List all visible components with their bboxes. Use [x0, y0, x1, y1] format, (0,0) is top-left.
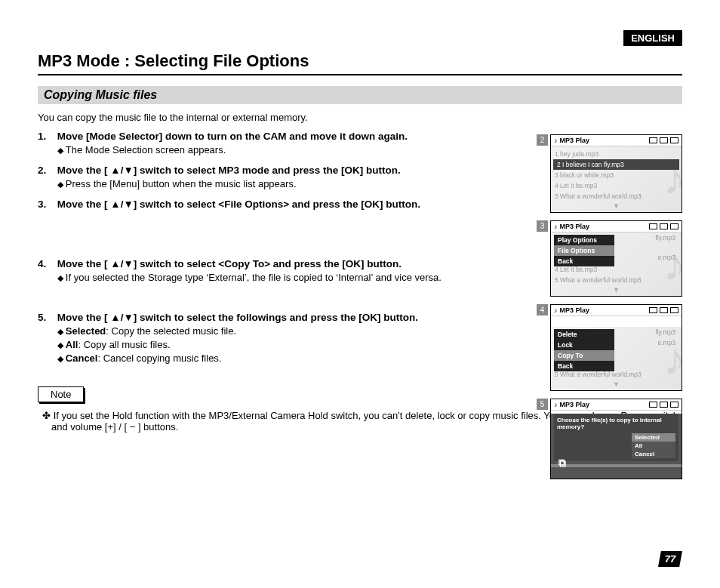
menu-overlay: Delete Lock Copy To Back: [554, 329, 614, 371]
scroll-down-icon: ▼: [551, 380, 682, 390]
screen-4: 4 ♪ MP3 Play ♪ Delete Lock Copy To Back: [550, 304, 682, 391]
step-number: 2.: [38, 165, 54, 176]
step-heading: Move the [ ▲/▼] switch to select MP3 mod…: [57, 165, 401, 176]
copy-icon: ⧉: [558, 457, 566, 469]
step-sub: Selected: Copy the selected music file.: [57, 325, 552, 337]
page-number: 77: [658, 551, 682, 567]
screen-title: MP3 Play: [560, 306, 590, 314]
step-sub: Press the [Menu] button when the music l…: [57, 178, 552, 189]
language-badge: ENGLISH: [623, 30, 682, 46]
step-number: 4.: [38, 258, 54, 269]
status-icon: [649, 307, 657, 313]
battery-icon: [670, 223, 678, 229]
menu-item: Play Options: [554, 235, 614, 245]
prompt-options: Selected All Cancel: [632, 433, 675, 458]
scroll-down-icon: ▼: [551, 285, 682, 296]
step-heading: Move [Mode Selector] down to turn on the…: [57, 131, 408, 142]
battery-icon: [670, 137, 678, 143]
music-note-icon: ♪: [554, 306, 558, 314]
menu-item-selected: File Options: [554, 245, 614, 256]
step-3: 3. Move the [ ▲/▼] switch to select <Fil…: [38, 199, 558, 210]
track-row: 5 What a wonderful world.mp3: [551, 275, 682, 285]
menu-overlay: Play Options File Options Back: [554, 235, 614, 266]
screen-3: 3 ♪ MP3 Play ♪ Play Options File Options…: [550, 220, 682, 297]
screen-number-badge: 3: [537, 220, 548, 232]
step-heading: Move the [ ▲/▼] switch to select <File O…: [57, 199, 420, 210]
menu-item-selected: Copy To: [554, 350, 614, 361]
track-row-selected: 2 I believe I can fly.mp3: [553, 159, 679, 170]
battery-icon: [670, 402, 678, 408]
prompt-option: All: [632, 442, 675, 450]
screen-header: ♪ MP3 Play: [551, 399, 682, 411]
scroll-down-icon: ▼: [551, 202, 682, 212]
prompt-text: Choose the file(s) to copy to internal m…: [557, 417, 675, 430]
confirm-prompt: Choose the file(s) to copy to internal m…: [554, 414, 678, 461]
screen-5: 5 ♪ MP3 Play Choose the file(s) to copy …: [550, 399, 682, 479]
screen-number-badge: 5: [537, 399, 548, 410]
screen-2: 2 ♪ MP3 Play ♪ 1 hey jude.mp3 2 I believ…: [550, 134, 682, 213]
track-row: 1 hey jude.mp3: [551, 149, 682, 159]
screen-header: ♪ MP3 Play: [551, 221, 682, 232]
screens-column: 2 ♪ MP3 Play ♪ 1 hey jude.mp3 2 I believ…: [550, 134, 682, 487]
step-heading: Move the [ ▲/▼] switch to select <Copy T…: [57, 258, 402, 269]
step-1: 1. Move [Mode Selector] down to turn on …: [38, 131, 558, 155]
track-row: 5 What a wonderful world.mp3: [551, 191, 682, 202]
music-note-icon: ♪: [554, 401, 558, 408]
screen-title: MP3 Play: [560, 137, 590, 144]
step-number: 3.: [38, 199, 54, 210]
status-icon: [649, 223, 657, 229]
step-4: 4. Move the [ ▲/▼] switch to select <Cop…: [38, 258, 558, 283]
section-title: Copying Music files: [38, 86, 682, 104]
battery-icon: [670, 307, 678, 313]
menu-item: Delete: [554, 329, 614, 340]
step-sub: Cancel: Cancel copying music files.: [57, 352, 552, 364]
progress-bar: [551, 464, 682, 467]
screen-header: ♪ MP3 Play: [551, 305, 682, 316]
step-number: 1.: [38, 131, 54, 142]
menu-item: Back: [554, 361, 614, 371]
status-icon: [649, 137, 657, 143]
screen-number-badge: 4: [537, 304, 548, 316]
steps-list: 1. Move [Mode Selector] down to turn on …: [38, 131, 558, 364]
card-icon: [660, 137, 668, 143]
menu-item: Back: [554, 256, 614, 266]
note-label: Note: [38, 386, 84, 402]
page-title: MP3 Mode : Selecting File Options: [38, 51, 682, 75]
screen-title: MP3 Play: [560, 401, 590, 408]
track-row: 3 black or white.mp3: [551, 170, 682, 180]
step-heading: Move the [ ▲/▼] switch to select the fol…: [57, 312, 418, 323]
card-icon: [660, 402, 668, 408]
step-sub: If you selected the Storage type ‘Extern…: [57, 272, 552, 283]
prompt-option: Cancel: [632, 450, 675, 458]
track-row: 4 Let it be.mp3: [551, 180, 682, 191]
menu-item: Lock: [554, 340, 614, 350]
screen-number-badge: 2: [537, 134, 548, 146]
intro-text: You can copy the music file to the inter…: [38, 112, 682, 123]
music-note-icon: ♪: [554, 223, 558, 230]
music-note-icon: ♪: [554, 137, 558, 144]
card-icon: [660, 223, 668, 229]
step-sub: All: Copy all music files.: [57, 339, 552, 350]
step-2: 2. Move the [ ▲/▼] switch to select MP3 …: [38, 165, 558, 189]
status-icon: [649, 402, 657, 408]
card-icon: [660, 307, 668, 313]
screen-title: MP3 Play: [560, 223, 590, 230]
step-5: 5. Move the [ ▲/▼] switch to select the …: [38, 312, 558, 364]
step-sub: The Mode Selection screen appears.: [57, 144, 552, 155]
prompt-option-selected: Selected: [632, 433, 675, 442]
screen-header: ♪ MP3 Play: [551, 135, 682, 146]
step-number: 5.: [38, 312, 54, 323]
